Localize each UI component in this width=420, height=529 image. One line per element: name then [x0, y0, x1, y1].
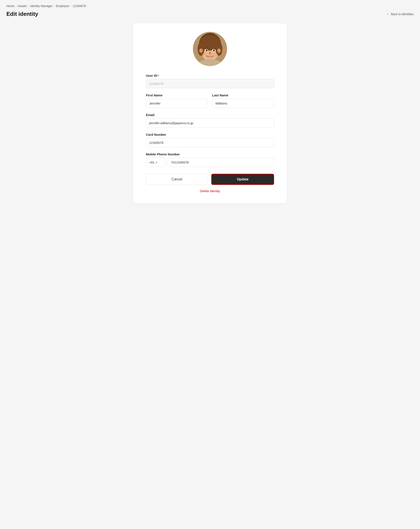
button-row: Cancel Update: [146, 174, 274, 185]
card-number-input[interactable]: [146, 138, 274, 147]
user-id-label: User ID*: [146, 74, 274, 77]
last-name-label: Last Name: [212, 93, 274, 97]
name-row: First Name Last Name: [146, 93, 274, 108]
back-arrow-icon: ←: [386, 12, 390, 16]
svg-point-8: [217, 49, 221, 53]
email-input[interactable]: [146, 119, 274, 128]
country-code-label: +81: [149, 160, 154, 164]
user-id-group: User ID*: [146, 74, 274, 88]
phone-row: +81 ▾: [146, 158, 274, 167]
svg-point-15: [202, 53, 207, 56]
back-to-identities-link[interactable]: ← Back to identities: [386, 12, 414, 16]
first-name-input[interactable]: [146, 99, 208, 108]
breadcrumb-sep-3: ›: [54, 4, 55, 7]
email-label: Email: [146, 113, 274, 117]
edit-identity-card: User ID* First Name Last Name Email Card…: [133, 23, 287, 203]
breadcrumb-identity-manager[interactable]: Identity Manager: [30, 4, 52, 8]
cancel-button[interactable]: Cancel: [146, 174, 208, 185]
breadcrumb-employee[interactable]: Employee: [56, 4, 69, 8]
phone-country-select[interactable]: +81 ▾: [146, 158, 165, 167]
svg-point-14: [214, 50, 215, 51]
avatar: [193, 32, 227, 66]
card-number-label: Card Number: [146, 133, 274, 136]
svg-point-7: [199, 49, 203, 53]
dropdown-arrow-icon: ▾: [156, 161, 157, 164]
card-number-group: Card Number: [146, 133, 274, 147]
phone-number-input[interactable]: [168, 158, 274, 167]
first-name-group: First Name: [146, 93, 208, 108]
back-link-label: Back to identities: [391, 13, 414, 16]
update-button[interactable]: Update: [211, 174, 274, 185]
svg-point-13: [207, 50, 207, 51]
last-name-group: Last Name: [212, 93, 274, 108]
breadcrumb-home[interactable]: Home: [6, 4, 14, 8]
page-header: Edit identity ← Back to identities: [6, 11, 414, 17]
svg-point-16: [213, 53, 218, 56]
breadcrumb-id: 12345678: [73, 4, 86, 8]
mobile-phone-label: Mobile Phone Number: [146, 152, 274, 156]
breadcrumb-sep-2: ›: [28, 4, 29, 7]
breadcrumb: Home › Assets › Identity Manager › Emplo…: [6, 4, 414, 8]
user-id-input[interactable]: [146, 79, 274, 88]
page-title: Edit identity: [6, 11, 38, 17]
mobile-phone-group: Mobile Phone Number +81 ▾: [146, 152, 274, 167]
last-name-input[interactable]: [212, 99, 274, 108]
first-name-label: First Name: [146, 93, 208, 97]
breadcrumb-assets[interactable]: Assets: [18, 4, 27, 8]
delete-identity-link[interactable]: Delete identity: [146, 189, 274, 193]
required-star: *: [158, 74, 159, 77]
breadcrumb-sep-1: ›: [16, 4, 16, 7]
breadcrumb-sep-4: ›: [71, 4, 71, 7]
email-group: Email: [146, 113, 274, 128]
avatar-container: [146, 32, 274, 66]
